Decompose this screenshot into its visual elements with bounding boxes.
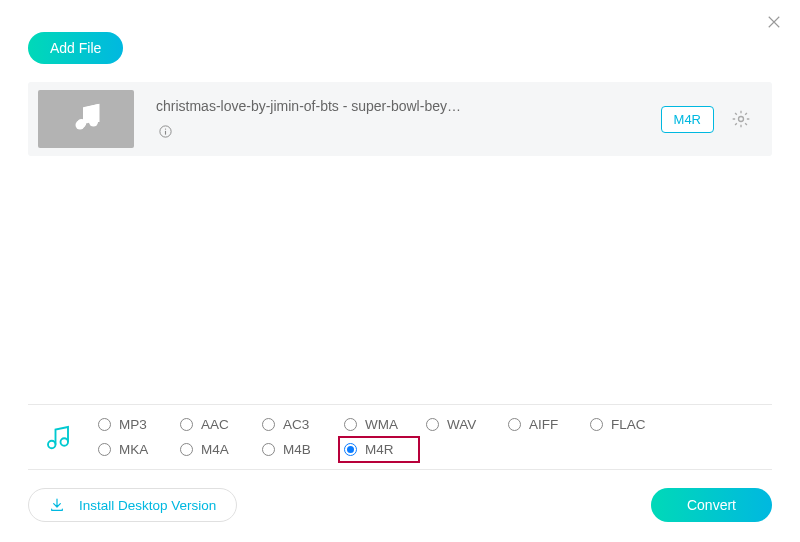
- format-option-aac[interactable]: AAC: [180, 417, 262, 432]
- svg-point-4: [739, 117, 744, 122]
- install-label: Install Desktop Version: [79, 498, 216, 513]
- info-button[interactable]: [156, 122, 174, 140]
- radio-icon: [344, 418, 357, 431]
- file-name: christmas-love-by-jimin-of-bts - super-b…: [156, 98, 661, 114]
- audio-format-icon: [28, 422, 88, 452]
- format-option-wav[interactable]: WAV: [426, 417, 508, 432]
- format-label: M4A: [201, 442, 229, 457]
- gear-icon: [731, 109, 751, 129]
- close-icon: [765, 13, 783, 31]
- file-meta: christmas-love-by-jimin-of-bts - super-b…: [156, 98, 661, 140]
- format-options: MP3AACAC3WMAWAVAIFFFLAC MKAM4AM4BM4R: [88, 417, 772, 457]
- format-option-wma[interactable]: WMA: [344, 417, 426, 432]
- install-desktop-button[interactable]: Install Desktop Version: [28, 488, 237, 522]
- close-button[interactable]: [760, 8, 788, 36]
- radio-icon: [344, 443, 357, 456]
- format-option-m4a[interactable]: M4A: [180, 442, 262, 457]
- format-label: MP3: [119, 417, 147, 432]
- format-option-m4b[interactable]: M4B: [262, 442, 344, 457]
- format-option-aiff[interactable]: AIFF: [508, 417, 590, 432]
- format-option-flac[interactable]: FLAC: [590, 417, 672, 432]
- radio-icon: [262, 443, 275, 456]
- format-label: M4B: [283, 442, 311, 457]
- file-item: christmas-love-by-jimin-of-bts - super-b…: [28, 82, 772, 156]
- svg-point-3: [164, 128, 165, 129]
- music-note-icon: [68, 101, 104, 137]
- add-file-button[interactable]: Add File: [28, 32, 123, 64]
- svg-point-5: [48, 441, 56, 449]
- radio-icon: [590, 418, 603, 431]
- format-option-mp3[interactable]: MP3: [98, 417, 180, 432]
- radio-icon: [508, 418, 521, 431]
- radio-icon: [180, 418, 193, 431]
- format-label: WMA: [365, 417, 398, 432]
- format-option-mka[interactable]: MKA: [98, 442, 180, 457]
- file-actions: M4R: [661, 106, 752, 133]
- svg-point-6: [61, 438, 69, 446]
- download-icon: [49, 497, 65, 513]
- settings-button[interactable]: [730, 108, 752, 130]
- format-label: MKA: [119, 442, 148, 457]
- format-option-m4r[interactable]: M4R: [338, 436, 420, 463]
- format-label: AC3: [283, 417, 309, 432]
- format-label: AIFF: [529, 417, 558, 432]
- output-format-badge[interactable]: M4R: [661, 106, 714, 133]
- radio-icon: [426, 418, 439, 431]
- format-label: M4R: [365, 442, 394, 457]
- format-option-ac3[interactable]: AC3: [262, 417, 344, 432]
- format-panel: MP3AACAC3WMAWAVAIFFFLAC MKAM4AM4BM4R: [28, 404, 772, 470]
- radio-icon: [98, 418, 111, 431]
- format-label: FLAC: [611, 417, 646, 432]
- file-thumbnail: [38, 90, 134, 148]
- convert-button[interactable]: Convert: [651, 488, 772, 522]
- format-label: WAV: [447, 417, 476, 432]
- bottom-bar: Install Desktop Version Convert: [28, 488, 772, 522]
- radio-icon: [262, 418, 275, 431]
- radio-icon: [180, 443, 193, 456]
- format-label: AAC: [201, 417, 229, 432]
- radio-icon: [98, 443, 111, 456]
- info-icon: [158, 124, 173, 139]
